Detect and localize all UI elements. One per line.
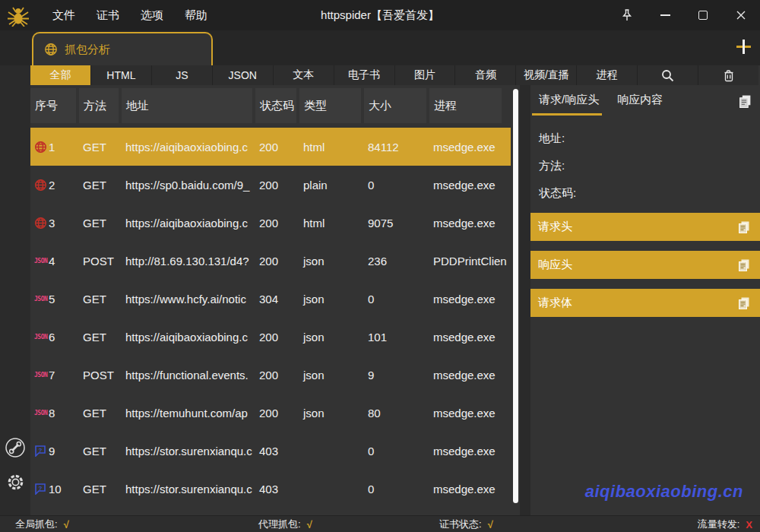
row-type-icon: ? (34, 483, 49, 495)
filter-tab[interactable]: 电子书 (334, 65, 395, 85)
filter-tab[interactable]: 图片 (395, 65, 456, 85)
filter-tab[interactable]: 音频 (455, 65, 516, 85)
minimize-button[interactable] (646, 0, 684, 30)
settings-button[interactable] (4, 470, 27, 493)
copy-button[interactable] (738, 258, 750, 274)
pin-icon (621, 8, 633, 22)
spider-logo-icon (5, 2, 31, 28)
table-row[interactable]: ? 9 GET https://stor.surenxianqu.c 403 0… (30, 432, 511, 470)
copy-button[interactable] (738, 220, 750, 236)
detail-section-buttons: 请求头 响应头 请求体 (530, 213, 760, 327)
row-type-icon: JSON (34, 372, 49, 378)
row-type: html (299, 141, 364, 154)
menubar-item[interactable]: 帮助 (174, 8, 218, 23)
table-row[interactable]: JSON 6 GET https://aiqibaoxiaobing.c 200… (30, 318, 511, 356)
row-method: GET (79, 483, 122, 496)
column-header[interactable]: 方法 (79, 88, 119, 123)
tab-response-content[interactable]: 响应内容 (617, 85, 663, 117)
column-header[interactable]: 状态码 (255, 88, 296, 123)
detail-bar-label: 请求头 (538, 220, 572, 234)
table-row[interactable]: 2 GET https://sp0.baidu.com/9_ 200 plain… (30, 166, 511, 204)
vertical-scrollbar[interactable] (513, 89, 518, 503)
close-button[interactable] (722, 0, 760, 30)
filter-tab[interactable]: JS (152, 65, 213, 85)
detail-section-button[interactable]: 请求体 (530, 289, 760, 317)
maximize-button[interactable] (684, 0, 722, 30)
status-label: 证书状态: (439, 518, 482, 531)
copy-all-button[interactable] (739, 94, 752, 111)
tab-bar: 抓包分析 (0, 30, 760, 65)
row-method: GET (79, 445, 122, 458)
menubar-item[interactable]: 文件 (42, 8, 86, 23)
field-label: 状态码: (539, 186, 576, 201)
table-row[interactable]: JSON 7 POST https://functional.events. 2… (30, 356, 511, 394)
row-process: msedge.exe (429, 483, 511, 496)
column-header[interactable]: 类型 (299, 88, 361, 123)
row-url: https://aiqibaoxiaobing.c (122, 331, 255, 344)
detail-fields: 地址: 方法: 状态码: (539, 125, 760, 207)
row-process: msedge.exe (429, 369, 511, 382)
filter-tab[interactable]: 文本 (274, 65, 334, 85)
table-row[interactable]: JSON 8 GET https://temuhunt.com/ap 200 j… (30, 394, 511, 432)
filter-tab[interactable]: 全部 (30, 65, 91, 85)
row-size: 84112 (364, 141, 429, 154)
filter-tab[interactable]: HTML (91, 65, 152, 85)
row-size: 0 (364, 179, 429, 192)
table-header-row: 序号方法地址状态码类型大小进程 (30, 85, 511, 126)
row-url: https://temuhunt.com/ap (122, 407, 255, 420)
row-number: 10 (49, 483, 62, 496)
row-url: https://stor.surenxianqu.c (122, 483, 255, 496)
table-row[interactable]: JSON 5 GET https://www.hcfy.ai/notic 304… (30, 280, 511, 318)
copy-icon (738, 258, 750, 271)
row-process: msedge.exe (429, 293, 511, 306)
copy-icon (738, 220, 750, 233)
row-process: PDDPrintClien (429, 255, 511, 268)
maximize-icon (698, 11, 708, 20)
filter-tab[interactable]: 进程 (577, 65, 638, 85)
row-type-icon (34, 141, 49, 154)
clear-button[interactable] (698, 65, 758, 85)
row-type: json (299, 293, 364, 306)
row-method: GET (79, 331, 122, 344)
row-method: GET (79, 293, 122, 306)
column-header[interactable]: 大小 (364, 88, 426, 123)
search-button[interactable] (638, 65, 698, 85)
table-row[interactable]: ? 10 GET https://stor.surenxianqu.c 403 … (30, 470, 511, 508)
row-type-icon (34, 179, 49, 192)
tab-capture-analysis[interactable]: 抓包分析 (32, 32, 213, 65)
row-size: 236 (364, 255, 429, 268)
tools-button[interactable] (4, 436, 27, 459)
row-type-icon: JSON (34, 410, 49, 416)
row-type: json (299, 369, 364, 382)
filter-tab[interactable]: 视频/直播 (516, 65, 577, 85)
column-header[interactable]: 序号 (30, 88, 76, 123)
table-body: 1 GET https://aiqibaoxiaobing.c 200 html… (30, 126, 511, 508)
detail-section-button[interactable]: 请求头 (530, 213, 760, 241)
column-header[interactable]: 进程 (429, 88, 502, 123)
menubar-item[interactable]: 证书 (86, 8, 130, 23)
status-item: 全局抓包: √ (15, 516, 69, 532)
detail-section-button[interactable]: 响应头 (530, 251, 760, 279)
row-process: msedge.exe (429, 141, 511, 154)
filter-tab[interactable]: JSON (213, 65, 274, 85)
table-row[interactable]: 1 GET https://aiqibaoxiaobing.c 200 html… (30, 128, 511, 166)
status-value: √ (64, 519, 69, 530)
row-method: GET (79, 217, 122, 230)
row-status: 200 (255, 217, 299, 230)
add-tab-button[interactable] (736, 40, 751, 54)
pin-button[interactable] (608, 0, 646, 30)
field-label: 地址: (539, 131, 565, 146)
table-row[interactable]: JSON 4 POST http://81.69.130.131/d4? 200… (30, 242, 511, 280)
row-method: GET (79, 141, 122, 154)
menubar-item[interactable]: 选项 (130, 8, 174, 23)
watermark: aiqibaoxiaobing.cn (585, 482, 743, 502)
column-header[interactable]: 地址 (122, 88, 252, 123)
status-item: 流量转发: X (698, 516, 752, 532)
tab-request-response-headers[interactable]: 请求/响应头 (539, 85, 599, 117)
row-status: 200 (255, 255, 299, 268)
svg-text:?: ? (39, 447, 43, 454)
detail-field: 状态码: (539, 179, 760, 207)
row-status: 200 (255, 331, 299, 344)
copy-button[interactable] (738, 296, 750, 312)
table-row[interactable]: 3 GET https://aiqibaoxiaobing.c 200 html… (30, 204, 511, 242)
